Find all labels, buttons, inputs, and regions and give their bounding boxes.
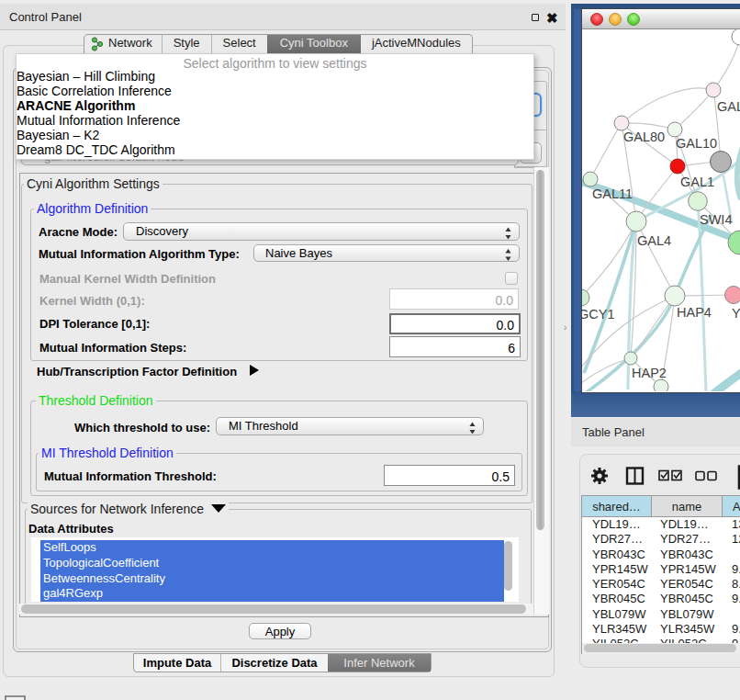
svg-text:HAP2: HAP2 [632, 366, 667, 380]
svg-text:GAL1: GAL1 [680, 175, 714, 189]
svg-text:GAL4: GAL4 [637, 233, 671, 248]
svg-text:GAL: GAL [717, 99, 740, 114]
svg-text:HAP4: HAP4 [677, 305, 712, 320]
svg-text:Y: Y [732, 306, 740, 321]
svg-text:GAL10: GAL10 [676, 136, 717, 151]
svg-text:SWI4: SWI4 [700, 212, 732, 227]
svg-text:GAL80: GAL80 [623, 130, 665, 144]
svg-text:GAL11: GAL11 [592, 186, 633, 201]
svg-text:GCY1: GCY1 [582, 307, 615, 322]
